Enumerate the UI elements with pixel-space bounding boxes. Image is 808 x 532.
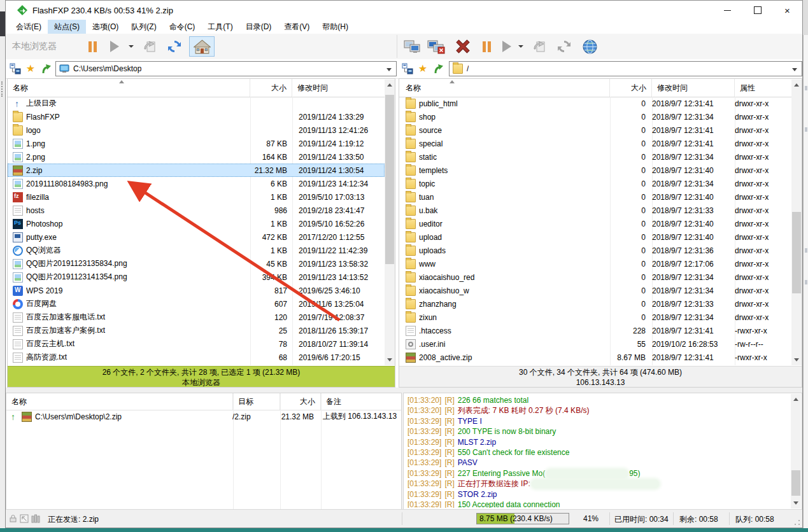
pause-button[interactable] — [83, 36, 101, 57]
file-row[interactable]: 2008_active.zip8.67 MB2018/9/7 12:31:41-… — [399, 351, 791, 364]
file-row[interactable]: putty.exe472 KB2017/12/20 1:12:55 — [8, 230, 385, 244]
minimize-button[interactable] — [712, 1, 742, 20]
log-scrollbar[interactable] — [791, 394, 801, 508]
file-row[interactable]: .user.ini552019/10/2 16:28:53-rw-r--r-- — [399, 337, 791, 351]
queue-start-button[interactable] — [499, 36, 515, 57]
scrollbar-thumb[interactable] — [385, 95, 394, 264]
scroll-up-icon[interactable] — [387, 83, 392, 87]
file-row[interactable]: 百度网盘6072019/11/6 13:25:04 — [8, 297, 385, 311]
file-row[interactable]: xiaocaishuo_w02018/9/7 12:31:34drwxr-xr-… — [399, 284, 791, 297]
remote-path-combobox[interactable]: / — [449, 61, 802, 76]
menu-item-7[interactable]: 目录(D) — [239, 20, 278, 34]
local-list-scrollbar[interactable] — [385, 80, 395, 365]
column-header-modified[interactable]: 修改时间 — [292, 79, 395, 97]
file-row[interactable]: shop02018/9/7 12:31:34drwxr-xr-x — [399, 110, 791, 123]
queue-pause-button[interactable] — [478, 36, 495, 57]
refresh-local-button[interactable] — [164, 36, 185, 57]
transfer-mode-button[interactable] — [139, 36, 160, 57]
column-header-note[interactable]: 备注 — [321, 393, 401, 410]
file-row[interactable]: tuan02018/9/7 12:31:40drwxr-xr-x — [399, 190, 791, 204]
file-row[interactable]: QQ浏览器1 KB2019/11/22 11:42:39 — [8, 244, 385, 257]
remote-favorites-button[interactable]: ★ — [416, 62, 430, 75]
home-folder-button[interactable] — [189, 36, 215, 57]
horizontal-splitter[interactable] — [6, 388, 802, 393]
menu-item-6[interactable]: 工具(T) — [201, 20, 239, 34]
file-row[interactable]: templets02018/9/7 12:31:40drwxr-xr-x — [399, 164, 791, 177]
remote-go-up-button[interactable] — [431, 62, 445, 75]
file-row[interactable]: logo2019/11/13 12:41:26 — [8, 123, 385, 137]
menu-item-8[interactable]: 查看(V) — [278, 20, 316, 34]
file-row[interactable]: 2019111808184983.png6 KB2019/11/23 14:12… — [8, 177, 385, 190]
remote-transfer-mode-button[interactable] — [529, 36, 549, 57]
file-row[interactable]: FlashFXP2019/11/24 1:33:29 — [8, 110, 385, 123]
file-row[interactable]: u.bak02018/9/7 12:31:33drwxr-xr-x — [399, 204, 791, 217]
scroll-down-icon[interactable] — [387, 358, 392, 361]
abort-button[interactable] — [451, 36, 475, 57]
file-row[interactable]: 2.zip21.32 MB2019/11/24 1:30:54 — [8, 164, 385, 177]
column-header-modified[interactable]: 修改时间 — [652, 79, 735, 97]
remote-site-manager-button[interactable] — [400, 62, 415, 75]
start-dropdown[interactable] — [127, 36, 135, 57]
queue-row[interactable]: C:\Users\m\Desktop\2.zip/2.zip21.32 MB上载… — [6, 410, 401, 423]
file-row[interactable]: zhanzhang02018/9/7 12:31:33drwxr-xr-x — [399, 297, 791, 311]
queue-start-dropdown[interactable] — [517, 36, 525, 57]
disconnect-button[interactable] — [425, 36, 448, 57]
file-row[interactable]: zixun02018/9/7 12:31:34drwxr-xr-x — [399, 311, 791, 324]
maximize-button[interactable] — [742, 1, 772, 20]
file-row[interactable]: 2.png164 KB2019/11/24 1:33:50 — [8, 150, 385, 164]
column-header-name[interactable]: 名称 — [399, 79, 610, 97]
file-row[interactable]: static02018/9/7 12:31:34drwxr-xr-x — [399, 150, 791, 164]
start-button[interactable] — [106, 36, 123, 57]
file-row[interactable]: www02018/9/7 12:17:06drwxr-xr-x — [399, 257, 791, 270]
file-row[interactable]: special02018/9/7 12:31:41drwxr-xr-x — [399, 137, 791, 150]
view-url-button[interactable] — [579, 36, 600, 57]
file-row[interactable]: 百度云主机.txt782018/10/27 11:39:14 — [8, 337, 385, 351]
resize-grip[interactable] — [794, 519, 800, 526]
local-go-up-button[interactable] — [39, 62, 53, 75]
scroll-up-icon[interactable] — [793, 398, 798, 401]
column-header-name[interactable]: 名称 — [6, 393, 233, 410]
remote-list-scrollbar[interactable] — [791, 80, 802, 365]
site-manager-button[interactable] — [8, 62, 22, 75]
file-row[interactable]: 上级目录 — [8, 97, 385, 110]
scroll-up-icon[interactable] — [794, 83, 799, 87]
column-header-name[interactable]: 名称 — [8, 79, 250, 97]
scrollbar-thumb[interactable] — [791, 470, 800, 496]
file-row[interactable]: uploads02018/9/7 12:31:36drwxr-xr-x — [399, 244, 791, 257]
chevron-down-icon[interactable] — [386, 68, 392, 71]
file-row[interactable]: upload02018/9/7 12:31:40drwxr-xr-x — [399, 230, 791, 244]
column-header-target[interactable]: 目标 — [233, 393, 280, 410]
file-row[interactable]: hosts9862019/2/18 23:41:47 — [8, 204, 385, 217]
close-button[interactable]: × — [772, 1, 802, 20]
file-row[interactable]: public_html02018/9/7 12:31:41drwxr-xr-x — [399, 97, 791, 110]
menu-item-1[interactable]: 会话(E) — [10, 20, 48, 34]
file-row[interactable]: filezilla1 KB2019/5/10 17:03:13 — [8, 190, 385, 204]
file-row[interactable]: QQ图片20191123135834.png45 KB2019/11/23 13… — [8, 257, 385, 270]
file-row[interactable]: ueditor02018/9/7 12:31:40drwxr-xr-x — [399, 217, 791, 230]
menu-item-5[interactable]: 命令(C) — [163, 20, 202, 34]
refresh-remote-button[interactable] — [553, 36, 575, 57]
file-row[interactable]: source02018/9/7 12:31:41drwxr-xr-x — [399, 123, 791, 137]
menu-item-2[interactable]: 站点(S) — [48, 20, 86, 34]
file-row[interactable]: WPS 20198172019/6/25 3:46:10 — [8, 284, 385, 297]
menu-item-3[interactable]: 选项(O) — [86, 20, 125, 34]
file-row[interactable]: .htaccess2282018/9/7 12:31:41-rwxr-xr-x — [399, 324, 791, 337]
column-header-size[interactable]: 大小 — [610, 79, 652, 97]
file-row[interactable]: topic02018/9/7 12:31:34drwxr-xr-x — [399, 177, 791, 190]
file-row[interactable]: xiaocaishuo_red02018/9/7 12:31:34drwxr-x… — [399, 270, 791, 284]
file-row[interactable]: 高防资源.txt682019/6/6 17:20:15 — [8, 351, 385, 364]
scrollbar-thumb[interactable] — [792, 212, 801, 293]
local-path-combobox[interactable]: C:\Users\m\Desktop — [55, 61, 397, 76]
file-row[interactable]: Photoshop1 KB2019/5/10 16:52:26 — [8, 217, 385, 230]
connect-button[interactable] — [402, 36, 423, 57]
scroll-down-icon[interactable] — [793, 501, 798, 505]
menu-item-9[interactable]: 帮助(H) — [316, 20, 355, 34]
chevron-down-icon[interactable] — [792, 68, 797, 71]
menu-item-4[interactable]: 队列(Z) — [125, 20, 162, 34]
file-row[interactable]: QQ图片20191123141354.png394 KB2019/11/23 1… — [8, 270, 385, 284]
column-header-size[interactable]: 大小 — [280, 393, 321, 410]
file-row[interactable]: 1.png87 KB2019/11/24 1:19:12 — [8, 137, 385, 150]
local-favorites-button[interactable]: ★ — [24, 62, 38, 75]
file-row[interactable]: 百度云加速客服电话.txt1202019/7/19 12:08:37 — [8, 311, 385, 324]
scroll-down-icon[interactable] — [794, 358, 799, 361]
